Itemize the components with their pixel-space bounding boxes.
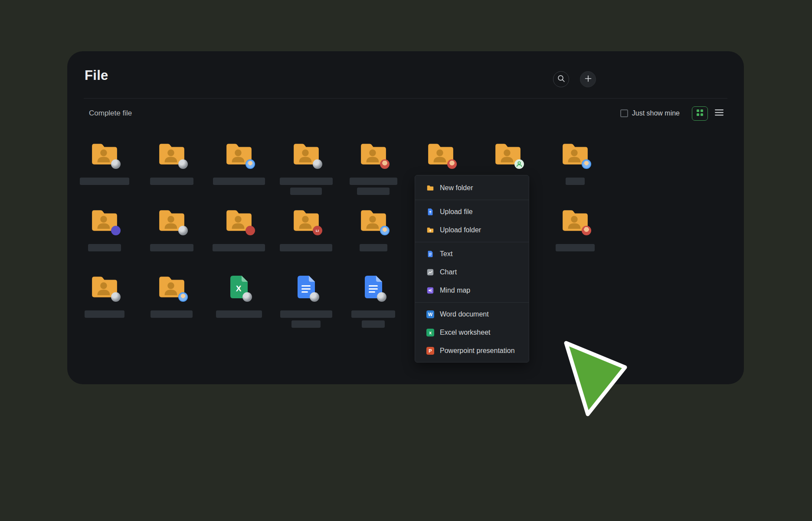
chart-icon [426,268,434,276]
menu-item-excel-worksheet[interactable]: x Excel worksheet [415,323,529,342]
menu-divider [415,302,529,303]
menu-item-label: Upload file [440,208,473,216]
avatar-badge-animal-gray [178,159,188,169]
redacted-label-bar [350,178,397,185]
section-label: Complete file [89,109,132,118]
menu-item-label: Upload folder [440,226,481,234]
file-item-folder[interactable] [138,271,205,337]
file-item-folder[interactable] [71,138,138,204]
menu-item-chart[interactable]: Chart [415,263,529,281]
subheader: Complete file Just show mine [89,106,725,121]
menu-item-word-document[interactable]: W Word document [415,305,529,323]
file-item-folder[interactable] [541,204,609,271]
file-grid: LI X [71,138,612,337]
file-item-folder[interactable] [272,138,340,204]
just-show-mine-label[interactable]: Just show mine [632,109,680,117]
file-item-doc[interactable] [272,271,340,337]
avatar-badge-person-blue [380,226,390,235]
mind-map-icon [426,287,434,294]
redacted-label-bar [291,320,321,328]
redacted-label-bar [88,244,121,251]
file-grid-row: LI [71,204,612,271]
redacted-label-bar [80,178,129,185]
menu-item-label: Word document [440,310,489,318]
folder-icon [90,142,119,167]
menu-item-label: Mind map [440,287,470,294]
just-show-mine-checkbox[interactable] [620,109,628,117]
menu-item-label: New folder [440,184,473,192]
menu-item-label: Powerpoint presentation [440,347,515,355]
excel-icon: x [426,329,434,336]
redacted-label-bar [216,310,262,318]
avatar-badge-user-green [514,159,524,169]
file-item-excel[interactable]: X [205,271,272,337]
redacted-label-bar [213,178,265,185]
file-item-folder[interactable] [340,204,407,271]
add-button[interactable] [580,71,596,87]
avatar-badge-label-red: LI [313,226,322,235]
redacted-label-bar [280,310,332,318]
doc-icon [362,274,385,300]
avatar-badge-person-red [582,226,591,235]
menu-item-label: Text [440,250,452,258]
folder-icon [561,142,589,167]
file-item-folder[interactable] [138,138,205,204]
redacted-label-bar [362,320,385,328]
redacted-label-bar [85,310,124,318]
file-item-doc[interactable] [340,271,407,337]
file-item-folder[interactable] [71,271,138,337]
folder-icon [359,208,388,233]
redacted-label-bar [150,178,193,185]
folder-icon [426,184,434,192]
redacted-label-bar [360,244,387,251]
redacted-label-bar [556,244,595,251]
folder-upload-icon [426,226,434,234]
grid-view-toggle[interactable] [692,106,708,121]
folder-icon [90,274,119,300]
redacted-label-bar [351,310,395,318]
file-manager-window: File Complete file Just show mine [67,51,744,384]
menu-divider [415,242,529,242]
avatar-badge-animal-gray [313,159,322,169]
word-icon: W [426,310,434,318]
file-upload-icon [426,208,434,216]
folder-icon [292,142,321,167]
search-button[interactable] [553,71,569,87]
text-doc-icon [426,250,434,258]
file-item-folder[interactable] [205,204,272,271]
excel-icon: X [228,274,250,300]
redacted-label-bar [150,244,193,251]
avatar-badge-animal-gray [377,292,386,302]
header-divider [84,98,727,99]
folder-icon [426,142,455,167]
menu-item-mind-map[interactable]: Mind map [415,281,529,300]
list-view-toggle[interactable] [714,108,725,119]
page-title: File [85,68,108,83]
avatar-badge-person-red [380,159,390,169]
file-item-folder[interactable] [138,204,205,271]
file-grid-row: X [71,271,612,337]
avatar-badge-person-blue [178,292,188,302]
avatar-badge-animal-gray [111,159,121,169]
menu-item-powerpoint-presentation[interactable]: P Powerpoint presentation [415,342,529,360]
avatar-badge-animal-gray [111,292,121,302]
redacted-label-bar [357,188,390,195]
folder-icon [225,208,253,233]
menu-item-new-folder[interactable]: New folder [415,179,529,197]
menu-item-text[interactable]: Text [415,245,529,263]
file-item-folder[interactable] [205,138,272,204]
redacted-label-bar [151,310,193,318]
file-item-folder[interactable] [71,204,138,271]
menu-item-upload-folder[interactable]: Upload folder [415,221,529,239]
menu-item-upload-file[interactable]: Upload file [415,203,529,221]
redacted-label-bar [280,178,333,185]
avatar-badge-label-red [246,226,255,235]
redacted-label-bar [280,244,332,251]
create-menu: New folder Upload file Upload folder [415,175,529,363]
file-item-folder[interactable]: LI [272,204,340,271]
file-item-folder[interactable] [541,138,609,204]
menu-item-label: Chart [440,268,457,276]
avatar-badge-person-red [447,159,457,169]
search-icon [557,74,566,85]
file-item-folder[interactable] [340,138,407,204]
